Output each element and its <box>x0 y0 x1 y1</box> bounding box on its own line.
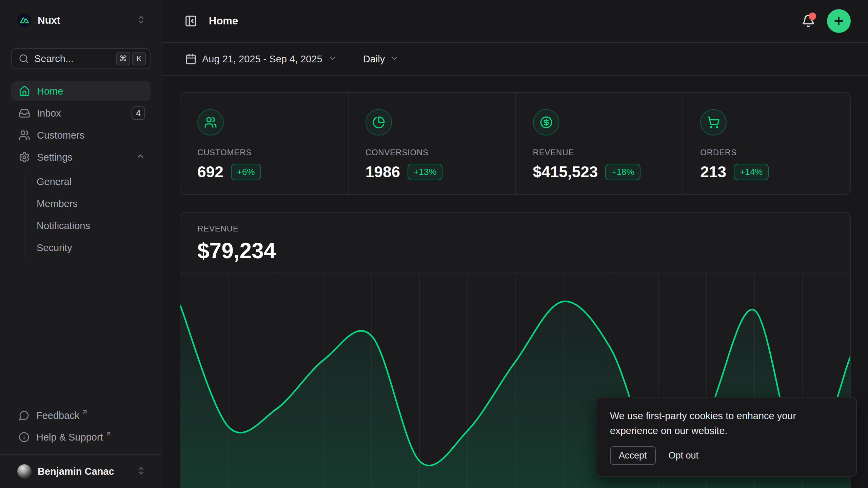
settings-subnav: General Members Notifications Security <box>25 172 151 258</box>
cart-icon <box>707 116 720 129</box>
stat-value: 1986 <box>366 163 400 181</box>
stat-value: 213 <box>700 163 726 181</box>
search-input-wrap[interactable]: ⌘ K <box>11 48 151 69</box>
stat-revenue[interactable]: REVENUE $415,523 +18% <box>515 93 683 195</box>
sidebar-item-label: Customers <box>37 130 145 141</box>
avatar <box>17 464 32 479</box>
stat-delta-badge: +18% <box>605 164 640 180</box>
gear-icon <box>19 151 30 163</box>
kbd-meta: ⌘ <box>116 52 130 65</box>
stat-value: $415,523 <box>533 163 598 181</box>
app-root: Nuxt ⌘ K Home Inbox 4 <box>0 0 868 488</box>
unread-dot <box>809 13 816 20</box>
filters-toolbar: Aug 21, 2025 - Sep 4, 2025 Daily <box>162 43 868 76</box>
sidebar-item-label: Settings <box>37 152 136 163</box>
plus-icon <box>832 15 845 27</box>
search-icon <box>19 54 29 64</box>
page-title: Home <box>209 15 238 27</box>
stats-card: CUSTOMERS 692 +6% CONVERSIONS 1986 +13% <box>180 92 851 195</box>
stat-label: CUSTOMERS <box>197 148 331 157</box>
sidebar: Nuxt ⌘ K Home Inbox 4 <box>0 0 162 488</box>
period-select[interactable]: Daily <box>358 49 405 69</box>
feedback-label: Feedback <box>36 410 79 421</box>
stat-label: CONVERSIONS <box>366 148 498 157</box>
revenue-chart-value: $79,234 <box>197 238 833 263</box>
stat-delta-badge: +6% <box>231 164 261 180</box>
workspace-switcher[interactable]: Nuxt <box>11 9 151 31</box>
date-range-picker[interactable]: Aug 21, 2025 - Sep 4, 2025 <box>180 49 343 69</box>
cookie-message: We use first-party cookies to enhance yo… <box>610 408 824 438</box>
cookie-banner: We use first-party cookies to enhance yo… <box>596 397 857 477</box>
inbox-icon <box>19 107 30 119</box>
house-icon <box>19 85 30 97</box>
message-bubble-icon <box>19 410 29 421</box>
subnav-label: Security <box>37 242 72 253</box>
help-support-link[interactable]: Help & Support <box>11 428 151 447</box>
stat-orders[interactable]: ORDERS 213 +14% <box>683 93 850 195</box>
users-icon <box>204 116 217 129</box>
help-support-label: Help & Support <box>36 432 103 443</box>
sidebar-item-customers[interactable]: Customers <box>11 125 151 145</box>
revenue-chart-label: REVENUE <box>197 224 833 233</box>
period-value: Daily <box>363 54 385 65</box>
users-icon <box>19 129 30 141</box>
search-input[interactable] <box>34 53 114 64</box>
chevron-down-icon <box>390 54 399 64</box>
sidebar-item-security[interactable]: Security <box>25 238 151 258</box>
sidebar-spacer <box>11 258 151 406</box>
sidebar-nav: Home Inbox 4 Customers Settings <box>11 81 151 258</box>
date-range-value: Aug 21, 2025 - Sep 4, 2025 <box>202 54 322 65</box>
panel-left-close-icon <box>184 15 197 27</box>
kbd-k: K <box>132 52 146 65</box>
stat-label: REVENUE <box>533 148 666 157</box>
user-name: Benjamin Canac <box>38 466 136 477</box>
external-link-icon <box>105 428 112 440</box>
nuxt-logo-icon <box>17 13 32 27</box>
info-icon <box>19 432 29 443</box>
user-menu[interactable]: Benjamin Canac <box>11 461 151 482</box>
sidebar-item-members[interactable]: Members <box>25 194 151 214</box>
feedback-link[interactable]: Feedback <box>11 406 151 425</box>
workspace-name: Nuxt <box>38 15 136 26</box>
chevrons-up-down-icon <box>136 466 146 477</box>
stat-label: ORDERS <box>700 148 833 157</box>
stat-customers[interactable]: CUSTOMERS 692 +6% <box>180 93 348 195</box>
main-area: Home Aug 21, 2025 - Sep 4, 2025 <box>162 0 868 488</box>
page-header: Home <box>162 0 868 43</box>
sidebar-item-label: Inbox <box>37 108 132 119</box>
stat-delta-badge: +14% <box>734 164 769 180</box>
pie-chart-icon <box>372 116 385 129</box>
add-button[interactable] <box>827 9 851 33</box>
user-area: Benjamin Canac <box>0 454 162 488</box>
subnav-label: General <box>37 176 72 187</box>
stat-delta-badge: +13% <box>408 164 442 180</box>
sidebar-footer: Feedback Help & Support <box>11 406 151 454</box>
chevron-up-icon <box>136 151 145 163</box>
chevron-down-icon <box>328 54 337 64</box>
calendar-icon <box>185 53 197 65</box>
subnav-label: Members <box>37 198 78 209</box>
subnav-label: Notifications <box>37 220 90 231</box>
stat-conversions[interactable]: CONVERSIONS 1986 +13% <box>348 93 515 195</box>
sidebar-item-home[interactable]: Home <box>11 81 151 101</box>
sidebar-item-general[interactable]: General <box>25 172 151 191</box>
external-link-icon <box>81 407 88 418</box>
circle-dollar-icon <box>540 116 553 129</box>
cookie-optout-button[interactable]: Opt out <box>669 450 699 461</box>
sidebar-item-notifications[interactable]: Notifications <box>25 216 151 236</box>
cookie-accept-button[interactable]: Accept <box>610 446 656 465</box>
notifications-button[interactable] <box>797 10 820 32</box>
sidebar-item-label: Home <box>37 86 145 97</box>
stat-value: 692 <box>197 163 223 181</box>
chevrons-up-down-icon <box>136 15 146 26</box>
collapse-sidebar-button[interactable] <box>180 10 202 32</box>
inbox-count-badge: 4 <box>132 106 145 120</box>
sidebar-item-settings[interactable]: Settings <box>11 147 151 167</box>
sidebar-item-inbox[interactable]: Inbox 4 <box>11 103 151 123</box>
